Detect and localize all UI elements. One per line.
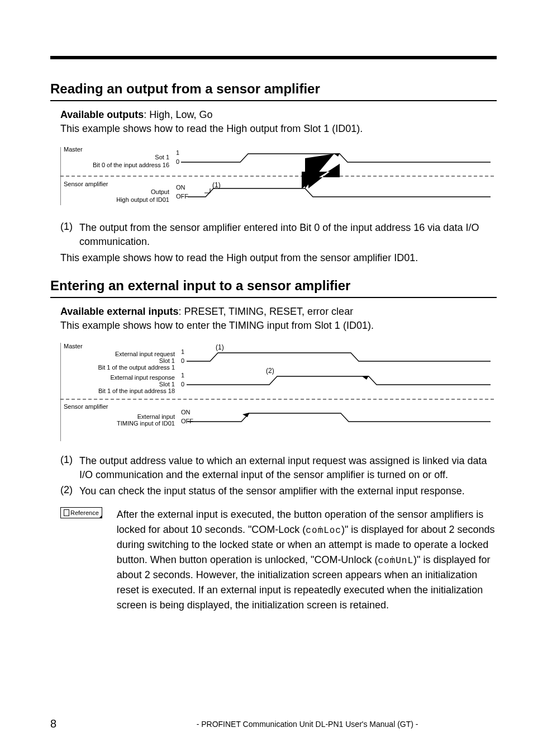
d2-ann2: (2) bbox=[266, 367, 274, 375]
header-rule bbox=[50, 56, 497, 59]
d2-one-b: 1 bbox=[181, 372, 184, 379]
section2-note2: (2) You can check the input status of th… bbox=[60, 484, 497, 498]
d1-one: 1 bbox=[176, 149, 179, 156]
section1-note1: (1) The output from the sensor amplifier… bbox=[60, 221, 497, 249]
d1-on: ON bbox=[176, 184, 185, 191]
d1-off: OFF bbox=[176, 193, 188, 200]
d1-slot: Sot 1 bbox=[155, 154, 169, 160]
page-footer: 8 - PROFINET Communication Unit DL-PN1 U… bbox=[50, 717, 497, 730]
d2-on: ON bbox=[181, 409, 191, 415]
d2-req: External input request bbox=[115, 351, 175, 357]
d2-bitout: Bit 1 of the output address 1 bbox=[98, 364, 175, 371]
d2-timing: TIMING input of ID01 bbox=[117, 420, 175, 427]
footer-text: - PROFINET Communication Unit DL-PN1 Use… bbox=[118, 720, 497, 729]
reference-block: Reference After the external input is ex… bbox=[60, 507, 497, 613]
d2-zero-a: 0 bbox=[181, 357, 184, 364]
d1-master: Master bbox=[64, 146, 83, 153]
d1-ann1: (1) bbox=[212, 181, 221, 189]
d2-one-a: 1 bbox=[181, 348, 184, 355]
section1-example: This example shows how to read the High … bbox=[60, 123, 497, 135]
d1-bit: Bit 0 of the input address 16 bbox=[93, 162, 169, 168]
s2-note2-num: (2) bbox=[60, 484, 79, 498]
d2-bitin: Bit 1 of the input address 18 bbox=[98, 388, 175, 394]
d2-slot1b: Slot 1 bbox=[159, 381, 175, 388]
d1-high: High output of ID01 bbox=[116, 196, 169, 203]
note1-num: (1) bbox=[60, 221, 79, 249]
section1-title: Reading an output from a sensor amplifie… bbox=[50, 81, 497, 101]
section2-note1: (1) The output address value to which an… bbox=[60, 454, 497, 482]
d2-ann1: (1) bbox=[216, 343, 224, 351]
section1-note2: This example shows how to read the High … bbox=[60, 251, 497, 265]
reference-text: After the external input is executed, th… bbox=[117, 507, 497, 613]
available-outputs-values: : High, Low, Go bbox=[144, 109, 212, 120]
d2-ext: External input bbox=[137, 413, 175, 420]
d2-master: Master bbox=[64, 343, 83, 349]
note1-body: The output from the sensor amplifier ent… bbox=[79, 221, 497, 249]
comloc-seg: coṁLoc bbox=[306, 526, 341, 536]
d1-zero: 0 bbox=[176, 158, 179, 165]
page-number: 8 bbox=[50, 717, 56, 730]
section2-title: Entering an external input to a sensor a… bbox=[50, 278, 497, 298]
s2-note2-body: You can check the input status of the se… bbox=[79, 484, 497, 498]
d2-slot1a: Slot 1 bbox=[159, 357, 175, 364]
available-inputs: Available external inputs: PRESET, TIMIN… bbox=[60, 306, 497, 318]
available-outputs: Available outputs: High, Low, Go bbox=[60, 109, 497, 121]
section2-example: This example shows how to enter the TIMI… bbox=[60, 320, 497, 332]
available-inputs-values: : PRESET, TIMING, RESET, error clear bbox=[178, 306, 353, 317]
s2-note1-num: (1) bbox=[60, 454, 79, 482]
s2-note1-body: The output address value to which an ext… bbox=[79, 454, 497, 482]
d1-output: Output bbox=[151, 188, 169, 195]
d2-resp: External input response bbox=[110, 374, 175, 381]
available-outputs-label: Available outputs bbox=[60, 109, 144, 120]
comunl-seg: coṁUnL bbox=[378, 556, 413, 566]
reference-badge: Reference bbox=[60, 507, 102, 518]
diagram-input: Master External input request Slot 1 Bit… bbox=[60, 341, 496, 444]
d2-off: OFF bbox=[181, 418, 193, 424]
reference-badge-text: Reference bbox=[70, 509, 99, 517]
reference-badge-icon bbox=[64, 509, 69, 516]
d2-zero-b: 0 bbox=[181, 381, 184, 388]
d2-sensor: Sensor amplifier bbox=[64, 403, 108, 410]
available-inputs-label: Available external inputs bbox=[60, 306, 178, 317]
d1-sensor: Sensor amplifier bbox=[64, 181, 108, 187]
diagram-output: Master Sot 1 Bit 0 of the input address … bbox=[60, 144, 496, 211]
